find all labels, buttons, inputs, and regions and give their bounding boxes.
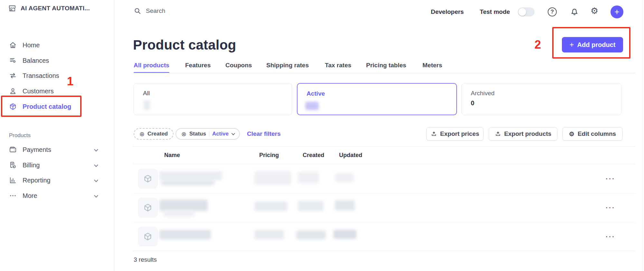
add-product-label: Add product — [577, 41, 616, 49]
sidebar-section-label: Products — [9, 132, 31, 139]
redacted-created — [296, 230, 326, 239]
card-label: Archived — [471, 90, 495, 97]
help-glyph: ? — [551, 9, 554, 15]
chevron-down-icon — [94, 193, 98, 198]
tab-coupons[interactable]: Coupons — [225, 62, 252, 69]
search-input[interactable]: Search — [134, 7, 165, 15]
help-icon[interactable]: ? — [548, 7, 557, 16]
chip-label: Created — [147, 131, 168, 137]
redacted-pricing — [254, 230, 284, 239]
sidebar-item-more[interactable]: More — [0, 188, 114, 203]
table-row[interactable]: ··· — [133, 193, 635, 222]
filter-chip-status[interactable]: ⊗ Status Active — [175, 128, 240, 140]
product-catalog-page: AI AGENT AUTOMATI... Home Balances — [0, 0, 644, 271]
settings-gear-icon[interactable]: ⚙ — [591, 7, 598, 15]
chevron-down-icon — [94, 147, 98, 152]
redacted-created — [298, 172, 319, 183]
redacted-pricing — [254, 171, 291, 185]
circled-x-icon: ⊗ — [181, 131, 186, 137]
invoice-icon — [9, 161, 17, 169]
redacted-updated — [335, 200, 355, 210]
storefront-icon — [8, 5, 16, 12]
sidebar-item-label: Product catalog — [23, 103, 71, 110]
sidebar-item-label: Balances — [23, 57, 49, 64]
product-thumbnail — [138, 169, 158, 189]
card-label: Active — [307, 90, 325, 97]
account-switcher[interactable]: AI AGENT AUTOMATI... — [8, 5, 90, 12]
wallet-icon — [9, 146, 17, 154]
toggle-knob — [518, 8, 526, 16]
tab-all-products[interactable]: All products — [134, 62, 169, 69]
column-header-created: Created — [303, 152, 324, 159]
package-icon — [9, 103, 17, 110]
chip-divider — [209, 131, 209, 137]
sidebar-item-home[interactable]: Home — [0, 37, 114, 53]
gear-icon: ⚙ — [569, 131, 574, 137]
table-top-border — [133, 146, 635, 147]
test-mode-label: Test mode — [480, 8, 510, 15]
button-label: Export products — [504, 130, 552, 137]
sidebar-item-customers[interactable]: Customers — [0, 83, 114, 99]
export-icon — [431, 131, 437, 137]
customers-icon — [9, 87, 17, 95]
tab-features[interactable]: Features — [185, 62, 211, 69]
sidebar-item-label: More — [23, 192, 37, 200]
tab-meters[interactable]: Meters — [422, 62, 442, 69]
table-row[interactable]: ··· — [133, 164, 635, 193]
test-mode-toggle[interactable] — [518, 7, 535, 16]
notifications-bell-icon[interactable] — [570, 7, 579, 16]
row-menu-button[interactable]: ··· — [606, 233, 615, 240]
table-row[interactable]: ··· — [133, 222, 635, 251]
sidebar-item-label: Payments — [23, 146, 51, 154]
sidebar: AI AGENT AUTOMATI... Home Balances — [0, 0, 114, 271]
tab-tax-rates[interactable]: Tax rates — [325, 62, 351, 69]
redacted-updated — [335, 173, 354, 182]
sidebar-item-reporting[interactable]: Reporting — [0, 173, 114, 188]
summary-card-archived[interactable]: Archived 0 — [461, 83, 621, 115]
export-products-button[interactable]: Export products — [489, 127, 557, 141]
redacted-name — [159, 200, 208, 211]
sidebar-item-balances[interactable]: Balances — [0, 53, 114, 68]
sidebar-item-label: Customers — [23, 88, 54, 95]
product-thumbnail — [138, 198, 158, 218]
chip-label: Status — [189, 131, 206, 137]
redacted-name — [159, 230, 211, 239]
chip-value: Active — [212, 131, 229, 137]
developers-link[interactable]: Developers — [431, 8, 464, 15]
export-prices-button[interactable]: Export prices — [426, 127, 484, 141]
results-count: 3 results — [134, 256, 157, 263]
redacted-count — [305, 102, 319, 110]
redacted-created — [298, 201, 324, 211]
summary-card-active[interactable]: Active — [297, 83, 457, 115]
card-value: 0 — [471, 99, 474, 107]
table-bottom-border — [133, 251, 635, 251]
redacted-count — [144, 100, 150, 110]
clear-filters-link[interactable]: Clear filters — [247, 130, 281, 137]
redacted-name — [164, 210, 194, 217]
create-button[interactable]: + — [611, 5, 623, 18]
filter-chip-created[interactable]: ⊕ Created — [134, 128, 174, 140]
row-menu-button[interactable]: ··· — [606, 175, 615, 182]
annotation-label-2: 2 — [535, 38, 541, 51]
account-name: AI AGENT AUTOMATI... — [21, 5, 90, 12]
sidebar-item-label: Transactions — [23, 72, 59, 79]
sidebar-item-product-catalog[interactable]: Product catalog — [0, 99, 114, 114]
column-header-name: Name — [164, 152, 180, 159]
sidebar-item-transactions[interactable]: Transactions — [0, 68, 114, 83]
sidebar-item-payments[interactable]: Payments — [0, 142, 114, 157]
row-menu-button[interactable]: ··· — [606, 204, 615, 211]
page-title: Product catalog — [133, 37, 236, 53]
search-placeholder: Search — [146, 7, 165, 14]
ellipsis-icon — [9, 192, 17, 200]
card-label: All — [143, 90, 150, 97]
chevron-down-icon — [94, 163, 98, 167]
edit-columns-button[interactable]: ⚙ Edit columns — [562, 127, 623, 141]
add-product-button[interactable]: + Add product — [562, 37, 623, 52]
summary-card-all[interactable]: All — [134, 83, 292, 115]
column-header-updated: Updated — [339, 152, 362, 159]
tab-pricing-tables[interactable]: Pricing tables — [366, 62, 406, 69]
tab-shipping-rates[interactable]: Shipping rates — [266, 62, 309, 69]
chevron-down-icon — [94, 178, 98, 182]
product-thumbnail — [138, 227, 158, 247]
sidebar-item-billing[interactable]: Billing — [0, 157, 114, 173]
